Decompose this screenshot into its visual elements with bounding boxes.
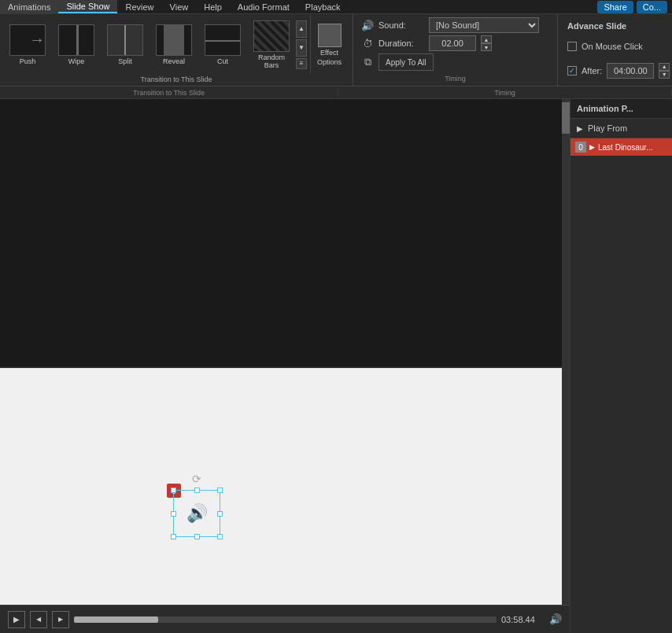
handle-tm[interactable] [194, 488, 200, 493]
next-frame-button[interactable]: ▶ [52, 611, 69, 628]
advance-slide-title: Advance Slide [567, 21, 672, 31]
on-mouse-click-label: On Mouse Click [582, 42, 643, 51]
progress-bar[interactable] [74, 616, 497, 623]
nav-slideshow[interactable]: Slide Show [58, 0, 117, 13]
wipe-icon [58, 24, 94, 56]
nav-help[interactable]: Help [196, 0, 230, 13]
apply-to-all-button[interactable]: Apply To All [378, 53, 434, 71]
duration-row: ⏱ Duration: ▲ ▼ [361, 35, 549, 51]
handle-br[interactable] [217, 534, 223, 539]
time-display: 03:58.44 [501, 615, 545, 624]
animation-item[interactable]: 0 ▶ Last Dinosaur... [570, 138, 672, 156]
duration-down-button[interactable]: ▼ [481, 43, 492, 51]
wipe-label: Wipe [68, 57, 85, 65]
animation-panel-header: Animation P... [570, 99, 672, 119]
after-up-button[interactable]: ▲ [659, 63, 670, 71]
transition-reveal[interactable]: Reveal [151, 21, 197, 68]
sound-select[interactable]: [No Sound] [429, 17, 539, 33]
audio-icon-container: 🔊 [173, 490, 220, 537]
nav-playback[interactable]: Playback [297, 0, 349, 13]
duration-spinner: ▲ ▼ [481, 35, 492, 51]
progress-bar-fill [74, 616, 158, 623]
prev-frame-button[interactable]: ◀ [30, 611, 47, 628]
transition-wipe[interactable]: Wipe [54, 21, 99, 68]
cut-icon [205, 24, 241, 56]
scroll-more-button[interactable]: ≡ [296, 58, 307, 69]
transition-split[interactable]: Split [102, 21, 148, 68]
animation-item-label: Last Dinosaur... [598, 143, 652, 152]
slide-area: ⟳ 0 [0, 99, 570, 633]
on-mouse-click-row: On Mouse Click [567, 42, 672, 51]
effect-options-button[interactable]: Effect Options [310, 15, 348, 74]
nav-view[interactable]: View [162, 0, 197, 13]
duration-input[interactable] [429, 35, 476, 51]
reveal-label: Reveal [163, 57, 185, 65]
after-spinner: ▲ ▼ [659, 63, 670, 79]
timing-section-label: Timing [361, 75, 549, 83]
slide-dark-section [0, 99, 562, 366]
after-label: After: [582, 66, 602, 75]
on-mouse-click-checkbox[interactable] [567, 42, 577, 51]
sound-row: 🔊 Sound: [No Sound] [361, 17, 549, 33]
split-label: Split [118, 57, 132, 65]
sound-label: Sound: [378, 20, 424, 30]
effect-options-label-line2: Options [317, 58, 342, 66]
top-navigation: Animations Slide Show Review View Help A… [0, 0, 672, 14]
handle-tl[interactable] [171, 488, 176, 493]
split-icon [107, 24, 143, 56]
ribbon: → Push Wipe Split [0, 14, 672, 86]
slide-white-section: ⟳ 0 [0, 368, 562, 605]
transitions-section-label: Transition to This Slide [0, 75, 353, 83]
slide-canvas-column: ⟳ 0 [0, 99, 562, 605]
nav-animations[interactable]: Animations [0, 0, 58, 13]
panel-play-icon: ▶ [577, 124, 583, 133]
play-from-label: Play From [588, 123, 627, 133]
transition-cut[interactable]: Cut [200, 21, 246, 68]
after-down-button[interactable]: ▼ [659, 71, 670, 79]
ribbon-labels-bar: Transition to This Slide Timing [0, 86, 672, 99]
effect-options-icon [318, 24, 342, 47]
duration-label: Duration: [378, 39, 424, 48]
share-button[interactable]: Share [597, 1, 633, 13]
duration-up-button[interactable]: ▲ [481, 35, 492, 43]
after-input[interactable] [607, 63, 654, 79]
scroll-down-button[interactable]: ▼ [296, 39, 307, 57]
handle-mr[interactable] [217, 511, 223, 517]
vertical-scrollbar[interactable] [562, 99, 570, 605]
timing-section: 🔊 Sound: [No Sound] ⏱ Duration: ▲ ▼ ⧉ Ap… [353, 14, 558, 86]
transition-section-name: Transition to This Slide [0, 89, 338, 97]
push-label: Push [20, 57, 36, 65]
after-checkbox[interactable] [567, 66, 577, 75]
nav-audio-format[interactable]: Audio Format [230, 0, 297, 13]
reveal-icon [156, 24, 192, 56]
handle-tr[interactable] [217, 488, 223, 493]
scrollbar-thumb[interactable] [562, 102, 570, 134]
play-button[interactable]: ▶ [8, 611, 25, 628]
random-bars-icon [253, 20, 290, 52]
play-from-button[interactable]: ▶ Play From [570, 119, 672, 138]
animation-item-play-icon: ▶ [589, 143, 595, 151]
transitions-section: → Push Wipe Split [0, 14, 353, 86]
cut-label: Cut [217, 57, 228, 65]
selection-handles [173, 490, 220, 537]
transition-scroll-arrows: ▲ ▼ ≡ [296, 20, 307, 69]
handle-bl[interactable] [171, 534, 176, 539]
transition-random-bars[interactable]: Random Bars [249, 17, 294, 72]
push-icon: → [9, 24, 46, 56]
rotate-handle[interactable]: ⟳ [192, 473, 201, 485]
after-row: After: ▲ ▼ [567, 63, 672, 79]
animation-item-number: 0 [575, 142, 586, 153]
nav-review[interactable]: Review [117, 0, 161, 13]
handle-ml[interactable] [171, 511, 176, 517]
handle-bm[interactable] [194, 534, 200, 539]
sound-icon: 🔊 [361, 20, 374, 31]
effect-options-label-line1: Effect [320, 49, 338, 57]
transition-items: → Push Wipe Split [5, 17, 294, 72]
apply-all-row: ⧉ Apply To All [361, 53, 549, 71]
audio-object[interactable]: ⟳ 0 [173, 490, 220, 537]
transition-push[interactable]: → Push [5, 21, 50, 68]
volume-button[interactable]: 🔊 [549, 613, 562, 625]
animation-panel: Animation P... ▶ Play From 0 ▶ Last Dino… [570, 99, 672, 633]
co-button[interactable]: Co... [637, 1, 667, 13]
scroll-up-button[interactable]: ▲ [296, 20, 307, 38]
